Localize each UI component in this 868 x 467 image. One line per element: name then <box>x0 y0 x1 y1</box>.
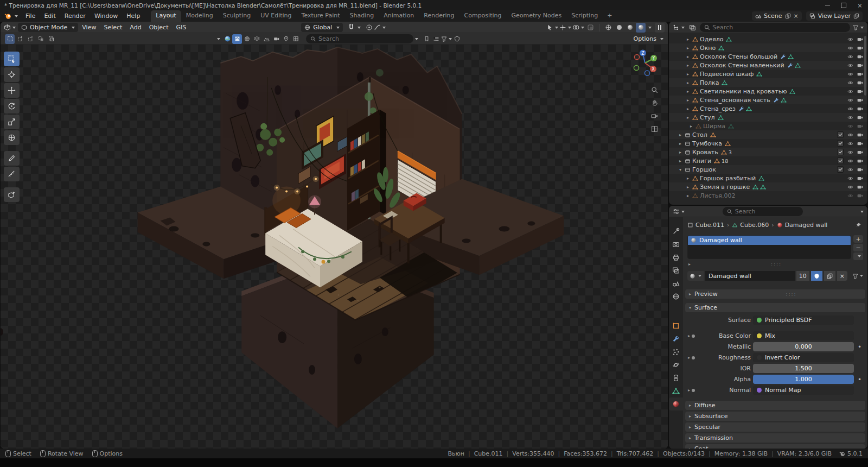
workspace-tab[interactable]: Geometry Nodes <box>506 10 566 22</box>
outliner-row[interactable]: ▸ Книги 18 <box>669 156 867 165</box>
hide-eye-icon[interactable] <box>847 80 853 86</box>
breadcrumb-mesh[interactable]: Cube.060 <box>732 222 769 229</box>
disclosure-triangle-icon[interactable]: ▸ <box>685 98 691 103</box>
outliner-row[interactable]: ▸ Стена_основная часть <box>669 96 867 104</box>
menu-item[interactable]: Edit <box>40 10 60 22</box>
transform-tool[interactable] <box>4 130 20 145</box>
disable-render-camera-icon[interactable] <box>857 97 863 103</box>
disable-render-camera-icon[interactable] <box>857 71 863 77</box>
collapsed-panel-header[interactable]: ▸ Diffuse <box>685 401 865 410</box>
viewport-menu-item[interactable]: Object <box>145 24 173 31</box>
unlink-material-button[interactable]: × <box>837 271 847 281</box>
minimize-button[interactable] <box>819 0 835 10</box>
shield-button[interactable] <box>452 34 462 44</box>
viewport-menu-item[interactable]: Select <box>100 24 126 31</box>
disclosure-triangle-icon[interactable]: ▸ <box>678 150 683 155</box>
disclosure-triangle-icon[interactable]: ▸ <box>685 54 691 59</box>
shading-solid-button[interactable] <box>614 23 624 33</box>
outliner-row[interactable]: ▾ Горшок <box>669 165 867 174</box>
hide-eye-icon[interactable] <box>847 193 853 199</box>
new-material-button[interactable] <box>824 271 835 281</box>
disable-render-camera-icon[interactable] <box>857 167 863 173</box>
panel-grip-icon[interactable]: :::: <box>786 292 796 297</box>
collection-checkbox[interactable] <box>837 166 844 173</box>
disable-render-camera-icon[interactable] <box>857 115 863 121</box>
gis-basemap-button[interactable] <box>232 34 242 44</box>
material-slot-list[interactable]: Damaged wall <box>687 235 851 259</box>
toolbar-search[interactable] <box>306 34 413 43</box>
workspace-tab[interactable]: Sculpting <box>218 10 256 22</box>
collection-checkbox[interactable] <box>837 149 844 155</box>
transform-orientation-dropdown[interactable]: Global <box>301 23 343 32</box>
menu-item[interactable]: Window <box>90 10 122 22</box>
disable-render-camera-icon[interactable] <box>857 62 863 68</box>
viewport-menu-item[interactable]: View <box>78 24 100 31</box>
hide-eye-icon[interactable] <box>847 106 853 112</box>
proportional-falloff-button[interactable] <box>374 23 386 33</box>
material-filter-button[interactable] <box>852 271 863 281</box>
tab-render[interactable] <box>669 238 683 251</box>
selectability-dropdown[interactable] <box>546 23 558 33</box>
menu-item[interactable]: Render <box>60 10 90 22</box>
disable-render-camera-icon[interactable] <box>857 141 863 147</box>
disclosure-triangle-icon[interactable]: ▸ <box>685 80 691 85</box>
zoom-button[interactable] <box>649 85 659 94</box>
disable-render-camera-icon[interactable] <box>857 89 863 94</box>
animate-dot-icon[interactable]: • <box>858 377 861 382</box>
users-count-button[interactable]: 10 <box>796 271 809 281</box>
hide-eye-icon[interactable] <box>847 149 853 155</box>
hide-eye-icon[interactable] <box>847 71 853 77</box>
fake-user-shield-button[interactable] <box>811 271 822 281</box>
property-dropdown[interactable]: Normal Map <box>753 386 854 395</box>
slot-specials-button[interactable] <box>853 253 863 260</box>
hide-eye-icon[interactable] <box>847 54 853 60</box>
pause-button[interactable] <box>655 23 665 33</box>
hide-eye-icon[interactable] <box>847 89 853 94</box>
gizmos-dropdown[interactable] <box>559 23 571 33</box>
tab-material[interactable] <box>669 397 683 411</box>
outliner-row[interactable]: ▸ Тумбочка <box>669 139 867 148</box>
material-name-input[interactable] <box>705 273 795 280</box>
viewport-menu-item[interactable]: GIS <box>172 24 190 31</box>
gis-globe-button[interactable] <box>242 34 252 44</box>
collection-checkbox[interactable] <box>837 131 844 138</box>
pan-button[interactable] <box>649 98 659 108</box>
disable-render-camera-icon[interactable] <box>857 184 863 190</box>
collapsed-panel-header[interactable]: ▸ Coat <box>685 444 865 449</box>
select-mode-intersect-button[interactable] <box>46 34 56 44</box>
proportional-editing-toggle[interactable] <box>364 23 374 33</box>
disable-render-camera-icon[interactable] <box>857 80 863 86</box>
rotate-tool[interactable] <box>4 99 20 113</box>
add-workspace-button[interactable]: + <box>603 10 616 22</box>
editor-type-button[interactable] <box>4 23 16 33</box>
scene-selector[interactable]: Scene × <box>752 11 802 21</box>
remove-slot-button[interactable]: − <box>853 244 863 251</box>
disable-render-camera-icon[interactable] <box>857 175 863 181</box>
hide-eye-icon[interactable] <box>847 175 853 181</box>
disclosure-triangle-icon[interactable]: ▸ <box>685 63 691 68</box>
outliner-row[interactable]: ▸ Листья.002 <box>669 191 867 200</box>
filter-button[interactable] <box>441 34 452 44</box>
disclosure-triangle-icon[interactable]: ▸ <box>685 72 691 77</box>
disable-render-camera-icon[interactable] <box>857 45 863 51</box>
snap-toggle[interactable] <box>346 23 356 33</box>
view-layer-selector[interactable]: View Layer <box>806 11 863 21</box>
tab-physics[interactable] <box>669 358 683 371</box>
tab-object-data[interactable] <box>669 384 683 397</box>
hide-eye-icon[interactable] <box>847 115 853 121</box>
tab-constraints[interactable] <box>669 371 683 384</box>
chevron-down-icon[interactable] <box>415 38 418 40</box>
disable-render-camera-icon[interactable] <box>857 132 863 138</box>
cursor-tool[interactable] <box>4 67 20 82</box>
mode-dropdown[interactable]: Object Mode <box>18 23 78 32</box>
material-name-field[interactable] <box>705 271 795 281</box>
move-tool[interactable] <box>4 83 20 98</box>
viewport-canvas[interactable]: Z Y X <box>1 45 668 449</box>
shading-rendered-button[interactable] <box>636 23 646 33</box>
tab-view-layer[interactable] <box>669 264 683 277</box>
disclosure-triangle-icon[interactable]: ▾ <box>678 167 683 172</box>
collapsed-panel-header[interactable]: ▸ Specular <box>685 422 865 432</box>
list-button[interactable] <box>431 34 441 44</box>
search-input[interactable] <box>712 24 846 31</box>
outliner-row[interactable]: ▸ Подвесной шкаф <box>669 70 867 78</box>
